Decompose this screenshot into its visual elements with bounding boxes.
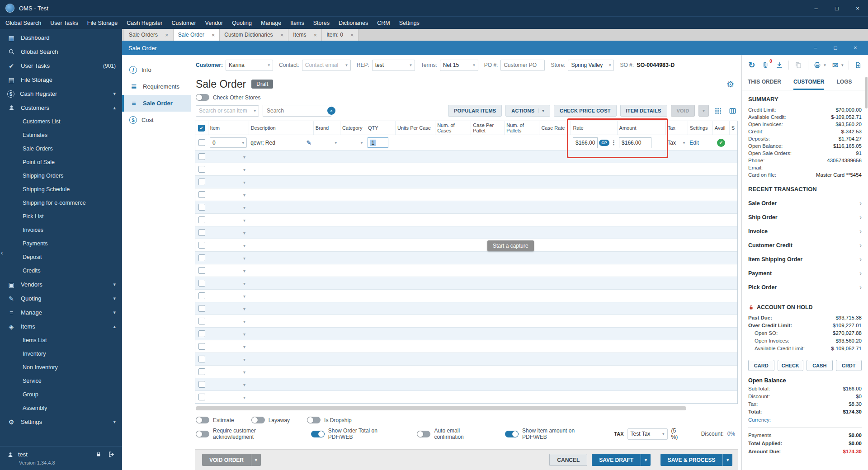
save-draft-button[interactable]: SAVE DRAFT bbox=[592, 454, 641, 466]
doc-minimize-button[interactable]: – bbox=[806, 41, 826, 55]
save-process-dropdown-button[interactable]: ▾ bbox=[722, 454, 732, 466]
void-order-button[interactable]: VOID ORDER bbox=[202, 454, 251, 466]
item-dropdown-caret[interactable]: ▾ bbox=[243, 395, 245, 400]
row-checkbox[interactable] bbox=[198, 368, 205, 375]
item-dropdown-caret[interactable]: ▾ bbox=[243, 205, 245, 210]
crdt-button[interactable]: CRDT bbox=[836, 360, 862, 371]
menu-item[interactable]: Settings bbox=[395, 17, 424, 29]
item-dropdown-caret[interactable]: ▾ bbox=[243, 243, 245, 248]
recent-transaction-item[interactable]: Pick Order › bbox=[748, 280, 862, 294]
tab-close-icon[interactable]: × bbox=[314, 32, 317, 38]
sidebar-item-vendors[interactable]: ▣ Vendors ▾ bbox=[0, 277, 122, 291]
menu-item[interactable]: CRM bbox=[373, 17, 394, 29]
menu-item[interactable]: User Tasks bbox=[46, 17, 83, 29]
panel-scrollbar[interactable] bbox=[865, 77, 868, 108]
row-checkbox[interactable] bbox=[198, 356, 205, 362]
row-checkbox[interactable] bbox=[198, 318, 205, 324]
tab-logs[interactable]: LOGS bbox=[836, 75, 852, 90]
item-dropdown-caret[interactable]: ▾ bbox=[243, 281, 245, 286]
table-columns-icon[interactable] bbox=[727, 105, 738, 117]
nav-item-cost[interactable]: $ Cost bbox=[122, 112, 191, 128]
row-checkbox[interactable] bbox=[198, 153, 205, 160]
tab-sale-order[interactable]: Sale Order × bbox=[174, 29, 220, 41]
check-price-cost-button[interactable]: CHECK PRICE COST bbox=[554, 105, 617, 117]
sidebar-subitem[interactable]: Items List bbox=[0, 334, 122, 347]
sidebar-subitem[interactable]: Shipping Orders bbox=[0, 169, 122, 183]
rep-dropdown[interactable]: test ▾ bbox=[372, 60, 415, 71]
actions-button[interactable]: ACTIONS ▾ bbox=[505, 105, 550, 117]
layaway-toggle[interactable] bbox=[251, 417, 265, 423]
store-dropdown[interactable]: Spring Valley ▾ bbox=[568, 60, 614, 71]
item-dropdown-caret[interactable]: ▾ bbox=[243, 332, 245, 337]
item-search-mode-dropdown[interactable]: Search or scan item ▾ bbox=[196, 105, 259, 117]
require-acknowledgment-toggle[interactable] bbox=[196, 431, 209, 437]
row-checkbox[interactable] bbox=[198, 343, 205, 350]
refresh-icon[interactable]: ↻ bbox=[747, 60, 756, 70]
sidebar-item-dashboard[interactable]: ▦ Dashboard bbox=[0, 31, 122, 45]
tab-customer[interactable]: CUSTOMER bbox=[793, 75, 824, 90]
sidebar-subitem[interactable]: Group bbox=[0, 388, 122, 401]
row-checkbox[interactable] bbox=[198, 305, 205, 312]
nav-item-sale-order[interactable]: ≡ Sale Order bbox=[122, 95, 191, 112]
popular-items-button[interactable]: POPULAR ITEMS bbox=[448, 105, 502, 117]
tab-this-order[interactable]: THIS ORDER bbox=[748, 75, 781, 90]
contact-dropdown[interactable]: Contact email ▾ bbox=[302, 60, 351, 71]
menu-item[interactable]: Cash Register bbox=[122, 17, 167, 29]
item-dropdown-caret[interactable]: ▾ bbox=[243, 370, 245, 375]
menu-item[interactable]: Global Search bbox=[1, 17, 46, 29]
row-checkbox[interactable] bbox=[198, 280, 205, 287]
void-order-dropdown-button[interactable]: ▾ bbox=[251, 454, 261, 466]
item-dropdown-caret[interactable]: ▾ bbox=[243, 193, 245, 197]
attachment-icon[interactable]: 0 bbox=[761, 60, 769, 70]
sidebar-subitem[interactable]: Credits bbox=[0, 264, 122, 277]
sidebar-subitem[interactable]: Service bbox=[0, 374, 122, 388]
sidebar-subitem[interactable]: Sale Orders bbox=[0, 142, 122, 155]
show-order-total-toggle[interactable] bbox=[311, 431, 325, 437]
tab-close-icon[interactable]: × bbox=[280, 32, 284, 38]
item-dropdown-caret[interactable]: ▾ bbox=[243, 294, 245, 299]
row-checkbox[interactable] bbox=[198, 394, 205, 400]
row-checkbox[interactable] bbox=[198, 292, 205, 299]
item-details-button[interactable]: ITEM DETAILS bbox=[620, 105, 667, 117]
row-checkbox[interactable] bbox=[198, 242, 205, 249]
recent-transaction-item[interactable]: Sale Order › bbox=[748, 196, 862, 210]
horizontal-scrollbar[interactable] bbox=[196, 406, 686, 410]
sidebar-subitem[interactable]: Deposit bbox=[0, 250, 122, 264]
nav-item-info[interactable]: i Info bbox=[122, 61, 191, 78]
sidebar-item-customers[interactable]: Customers ▴ bbox=[0, 101, 122, 115]
recent-transaction-item[interactable]: Invoice › bbox=[748, 224, 862, 238]
show-item-amount-toggle[interactable] bbox=[505, 431, 519, 437]
row-checkbox[interactable] bbox=[198, 166, 205, 173]
menu-item[interactable]: Customer bbox=[167, 17, 200, 29]
sidebar-subitem[interactable]: Shipping for e-commerce bbox=[0, 196, 122, 210]
print-icon[interactable] bbox=[813, 60, 822, 70]
menu-item[interactable]: File Storage bbox=[83, 17, 122, 29]
cp-badge[interactable]: CP bbox=[599, 140, 609, 146]
menu-item[interactable]: Stores bbox=[309, 17, 334, 29]
item-dropdown-caret[interactable]: ▾ bbox=[243, 382, 245, 387]
cancel-button[interactable]: CANCEL bbox=[549, 454, 587, 466]
row-checkbox[interactable] bbox=[198, 179, 205, 185]
sidebar-subitem[interactable]: Customers List bbox=[0, 115, 122, 128]
menu-item[interactable]: Vendor bbox=[201, 17, 228, 29]
category-dropdown-caret[interactable]: ▾ bbox=[360, 140, 363, 145]
discount-value[interactable]: 0% bbox=[727, 431, 735, 437]
sidebar-subitem[interactable]: Assembly bbox=[0, 401, 122, 415]
void-dropdown-button[interactable]: ▾ bbox=[698, 105, 709, 117]
tax-select-dropdown[interactable]: Test Tax ▾ bbox=[627, 428, 668, 440]
sidebar-subitem[interactable]: Payments bbox=[0, 237, 122, 250]
sidebar-item-user-tasks[interactable]: ✔ User Tasks (901) bbox=[0, 59, 122, 73]
sidebar-item-items[interactable]: ◈ Items ▴ bbox=[0, 320, 122, 334]
email-icon[interactable]: ✉ bbox=[831, 60, 840, 70]
item-dropdown-caret[interactable]: ▾ bbox=[243, 344, 245, 349]
nav-item-requirements[interactable]: ≣ Requirements bbox=[122, 78, 191, 95]
lock-icon[interactable] bbox=[95, 451, 102, 458]
sidebar-collapse-handle[interactable]: ‹ bbox=[1, 249, 3, 256]
recent-transaction-item[interactable]: Payment › bbox=[748, 266, 862, 280]
tab-close-icon[interactable]: × bbox=[350, 32, 354, 38]
settings-gear-icon[interactable]: ⚙ bbox=[726, 79, 734, 89]
item-search-input[interactable] bbox=[263, 105, 331, 117]
grid-capture-icon[interactable] bbox=[712, 105, 723, 117]
void-button[interactable]: VOID bbox=[671, 105, 695, 117]
menu-item[interactable]: Manage bbox=[256, 17, 286, 29]
